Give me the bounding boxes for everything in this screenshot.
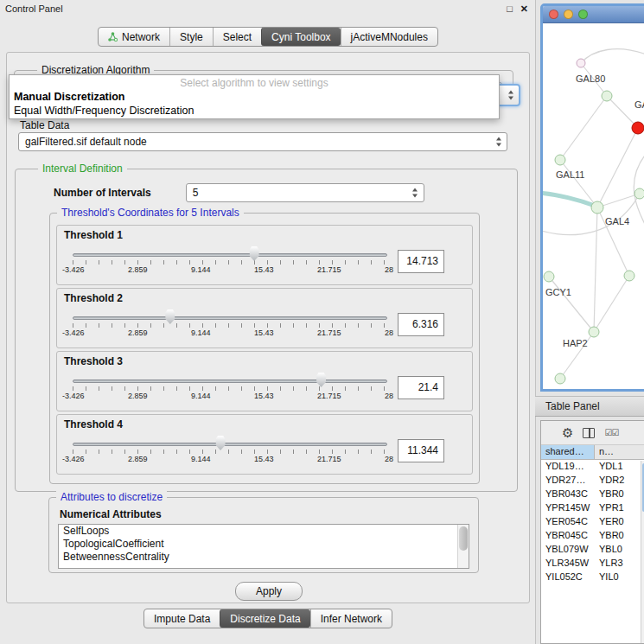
numerical-attributes-list[interactable]: SelfLoopsTopologicalCoefficientBetweenne…	[58, 524, 469, 569]
threshold-value-field[interactable]: 14.713	[398, 250, 444, 273]
slider-track[interactable]	[73, 379, 387, 383]
network-edge[interactable]	[597, 128, 638, 207]
network-node[interactable]	[602, 91, 612, 101]
tab-label: Style	[180, 31, 203, 43]
threshold-label: Threshold 2	[64, 292, 465, 304]
attributes-scrollbar[interactable]	[457, 525, 469, 568]
network-node[interactable]	[589, 327, 599, 337]
slider-track[interactable]	[73, 253, 387, 257]
network-edge[interactable]	[607, 96, 638, 128]
table-row[interactable]: YBL079WYBL0	[541, 543, 644, 557]
network-node[interactable]	[555, 373, 565, 384]
network-node[interactable]	[555, 155, 565, 165]
slider-track[interactable]	[73, 316, 387, 320]
threshold-slider[interactable]: -3.4262.8599.14415.4321.71528	[73, 306, 387, 342]
threshold-value-field[interactable]: 6.316	[398, 313, 444, 336]
table-data-combobox[interactable]: galFiltered.sif default node	[18, 132, 507, 151]
table-scrollbar[interactable]	[641, 461, 644, 643]
thresholds-group-title: Threshold's Coordinates for 5 Intervals	[57, 207, 244, 219]
scale-tick-label: 9.144	[191, 392, 211, 400]
table-cell: YLR3	[595, 557, 644, 571]
apply-button[interactable]: Apply	[235, 582, 303, 601]
scale-tick-label: 2.859	[128, 328, 148, 337]
network-node[interactable]	[634, 188, 644, 199]
table-cell: YER0	[595, 515, 644, 529]
network-edge[interactable]	[560, 96, 607, 160]
control-panel-titlebar: Control Panel □ ✕	[0, 0, 535, 16]
number-of-intervals-combobox[interactable]: 5	[186, 183, 424, 202]
tab-style[interactable]: Style	[169, 28, 213, 46]
network-node[interactable]	[624, 271, 634, 281]
threshold-value-field[interactable]: 11.344	[398, 439, 444, 462]
table-row[interactable]: YPR145WYPR1	[541, 501, 644, 515]
columns-icon[interactable]	[583, 428, 595, 438]
column-header-name[interactable]: n…	[595, 445, 644, 459]
table-row[interactable]: YIL052CYIL0	[541, 571, 644, 584]
slider-thumb[interactable]	[164, 309, 175, 324]
attribute-list-item[interactable]: BetweennessCentrality	[59, 551, 469, 564]
slider-track[interactable]	[73, 443, 387, 446]
close-icon[interactable]: ✕	[520, 3, 528, 15]
algorithm-dropdown-popup: Select algorithm to view settings Manual…	[9, 74, 500, 119]
tab-select[interactable]: Select	[213, 28, 261, 46]
scrollbar-thumb[interactable]	[459, 526, 468, 551]
threshold-value-field[interactable]: 21.4	[398, 376, 444, 399]
tab-network[interactable]: Network	[99, 28, 169, 46]
table-data-value: galFiltered.sif default node	[25, 136, 147, 148]
attribute-list-item[interactable]: TopologicalCoefficient	[59, 538, 469, 551]
attribute-list-item[interactable]: SelfLoops	[59, 525, 469, 538]
dropdown-option-equal-width-frequency[interactable]: Equal Width/Frequency Discretization	[10, 104, 499, 118]
zoom-traffic-light-icon[interactable]	[578, 10, 588, 19]
threshold-slider[interactable]: -3.4262.8599.14415.4321.71528	[73, 369, 387, 405]
network-node-label: GCY1	[545, 287, 571, 297]
scale-tick-label: 15.43	[254, 328, 274, 337]
slider-thumb[interactable]	[316, 373, 327, 387]
select-columns-icon[interactable]: ☑☑	[604, 428, 618, 437]
float-window-icon[interactable]: □	[507, 3, 513, 14]
threshold-panel: Threshold 4 -3.4262.8599.14415.4321.7152…	[56, 414, 473, 475]
threshold-slider[interactable]: -3.4262.8599.14415.4321.71528	[73, 243, 387, 279]
slider-thumb[interactable]	[249, 246, 260, 261]
network-edge[interactable]	[594, 276, 629, 332]
scale-tick-label: -3.426	[62, 455, 85, 463]
scale-tick-label: 9.144	[191, 328, 211, 337]
table-row[interactable]: YBR045CYBR0	[541, 529, 644, 543]
tab-impute-data[interactable]: Impute Data	[144, 609, 220, 628]
table-row[interactable]: YBR043CYBR0	[541, 488, 644, 501]
threshold-slider[interactable]: -3.4262.8599.14415.4321.71528	[73, 432, 387, 469]
table-row[interactable]: YDR27…YDR2	[541, 474, 644, 488]
minimize-traffic-light-icon[interactable]	[564, 10, 573, 19]
network-node[interactable]	[544, 271, 554, 282]
tab-label: Cyni Toolbox	[271, 31, 330, 43]
network-canvas[interactable]: GAL80GAGAL11GAL4GCY1HAP2	[543, 23, 644, 387]
table-cell: YPR145W	[541, 501, 595, 515]
network-edge[interactable]	[581, 49, 644, 63]
close-traffic-light-icon[interactable]	[549, 10, 558, 19]
network-node[interactable]	[632, 122, 644, 134]
attributes-group: Attributes to discretize Numerical Attri…	[48, 497, 479, 573]
tab-cyni-toolbox[interactable]: Cyni Toolbox	[261, 28, 340, 46]
table-row[interactable]: YER054CYER0	[541, 515, 644, 529]
table-panel-header: Table Panel	[535, 396, 644, 417]
network-node[interactable]	[577, 59, 585, 67]
scale-tick-label: 9.144	[191, 455, 211, 463]
column-header-shared-name[interactable]: shared…	[541, 445, 595, 459]
interval-definition-title: Interval Definition	[38, 163, 127, 175]
network-edge[interactable]	[549, 277, 594, 332]
dropdown-option-manual-discretization[interactable]: Manual Discretization	[10, 90, 499, 104]
network-node[interactable]	[591, 201, 603, 214]
table-row[interactable]: YLR345WYLR3	[541, 557, 644, 571]
gear-icon[interactable]: ⚙	[562, 426, 573, 439]
network-node-label: GAL4	[605, 216, 629, 226]
tab-jactivemnodules[interactable]: jActiveMNodules	[341, 28, 437, 46]
tab-discretize-data[interactable]: Discretize Data	[220, 609, 309, 628]
slider-thumb[interactable]	[215, 436, 226, 450]
table-cell: YPR1	[595, 501, 644, 515]
tab-infer-network[interactable]: Infer Network	[310, 609, 392, 628]
thresholds-list: Threshold 1 -3.4262.8599.14415.4321.7152…	[50, 214, 479, 475]
slider-scale-labels: -3.4262.8599.14415.4321.71528	[62, 265, 393, 274]
table-row[interactable]: YDL19…YDL1	[541, 460, 644, 474]
algorithm-combobox-stepper[interactable]	[496, 84, 520, 106]
table-cell: YDR27…	[541, 474, 595, 488]
network-edge[interactable]	[594, 207, 597, 332]
